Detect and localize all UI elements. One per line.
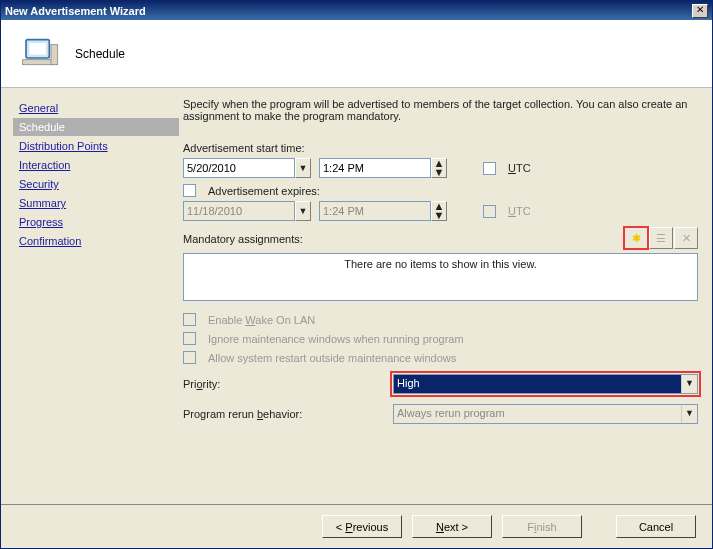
wizard-header: Schedule bbox=[1, 20, 712, 88]
delete-icon: ✕ bbox=[682, 232, 691, 245]
finish-button: Finish bbox=[502, 515, 582, 538]
properties-icon: ☰ bbox=[656, 232, 666, 245]
expires-time-picker: ▲▼ bbox=[319, 201, 447, 221]
start-time-picker[interactable]: ▲▼ bbox=[319, 158, 447, 178]
window-title: New Advertisement Wizard bbox=[5, 5, 146, 17]
wizard-body: General Schedule Distribution Points Int… bbox=[1, 88, 712, 503]
ignore-checkbox bbox=[183, 332, 196, 345]
empty-list-text: There are no items to show in this view. bbox=[344, 258, 537, 270]
dropdown-icon: ▼ bbox=[681, 405, 697, 423]
priority-label: Priority: bbox=[183, 378, 393, 390]
svg-rect-3 bbox=[51, 44, 58, 64]
rerun-value: Always rerun program bbox=[394, 405, 681, 423]
start-date-input[interactable] bbox=[183, 158, 295, 178]
svg-rect-1 bbox=[29, 43, 46, 55]
expires-utc-checkbox bbox=[483, 205, 496, 218]
dropdown-icon: ▼ bbox=[295, 201, 311, 221]
computer-icon bbox=[21, 33, 61, 75]
nav-security[interactable]: Security bbox=[13, 175, 179, 193]
button-bar: < Previous Next > Finish Cancel bbox=[1, 504, 712, 548]
expires-date-picker: ▼ bbox=[183, 201, 311, 221]
start-date-picker[interactable]: ▼ bbox=[183, 158, 311, 178]
wizard-window: New Advertisement Wizard ✕ Schedule Gene… bbox=[0, 0, 713, 549]
titlebar[interactable]: New Advertisement Wizard ✕ bbox=[1, 1, 712, 20]
wol-checkbox bbox=[183, 313, 196, 326]
start-utc-label: UTC bbox=[508, 162, 531, 174]
nav-confirmation[interactable]: Confirmation bbox=[13, 232, 179, 250]
ignore-label: Ignore maintenance windows when running … bbox=[208, 333, 464, 345]
expires-utc-label: UTC bbox=[508, 205, 531, 217]
star-icon: ✱ bbox=[632, 232, 641, 245]
nav-interaction[interactable]: Interaction bbox=[13, 156, 179, 174]
expires-time-input bbox=[319, 201, 431, 221]
nav-sidebar: General Schedule Distribution Points Int… bbox=[1, 88, 179, 503]
priority-value: High bbox=[394, 375, 681, 393]
spinner-icon[interactable]: ▲▼ bbox=[431, 158, 447, 178]
new-assignment-button[interactable]: ✱ bbox=[624, 227, 648, 249]
edit-assignment-button[interactable]: ☰ bbox=[649, 227, 673, 249]
nav-summary[interactable]: Summary bbox=[13, 194, 179, 212]
restart-label: Allow system restart outside maintenance… bbox=[208, 352, 456, 364]
spinner-icon: ▲▼ bbox=[431, 201, 447, 221]
previous-button[interactable]: < Previous bbox=[322, 515, 402, 538]
start-time-input[interactable] bbox=[319, 158, 431, 178]
expires-label: Advertisement expires: bbox=[208, 185, 320, 197]
delete-assignment-button[interactable]: ✕ bbox=[674, 227, 698, 249]
wol-label: Enable Wake On LAN bbox=[208, 314, 315, 326]
restart-checkbox bbox=[183, 351, 196, 364]
expires-date-input bbox=[183, 201, 295, 221]
dropdown-icon[interactable]: ▼ bbox=[681, 375, 697, 393]
start-time-label: Advertisement start time: bbox=[183, 142, 698, 154]
start-utc-checkbox[interactable] bbox=[483, 162, 496, 175]
mandatory-list[interactable]: There are no items to show in this view. bbox=[183, 253, 698, 301]
nav-distribution-points[interactable]: Distribution Points bbox=[13, 137, 179, 155]
dropdown-icon[interactable]: ▼ bbox=[295, 158, 311, 178]
nav-progress[interactable]: Progress bbox=[13, 213, 179, 231]
intro-text: Specify when the program will be adverti… bbox=[183, 98, 698, 122]
nav-general[interactable]: General bbox=[13, 99, 179, 117]
nav-schedule[interactable]: Schedule bbox=[13, 118, 179, 136]
priority-select[interactable]: High ▼ bbox=[393, 374, 698, 394]
cancel-button[interactable]: Cancel bbox=[616, 515, 696, 538]
expires-checkbox[interactable] bbox=[183, 184, 196, 197]
close-button[interactable]: ✕ bbox=[692, 4, 708, 18]
rerun-label: Program rerun behavior: bbox=[183, 408, 393, 420]
content-pane: Specify when the program will be adverti… bbox=[179, 88, 712, 503]
page-title: Schedule bbox=[75, 47, 125, 61]
next-button[interactable]: Next > bbox=[412, 515, 492, 538]
svg-rect-2 bbox=[23, 59, 53, 64]
rerun-select: Always rerun program ▼ bbox=[393, 404, 698, 424]
